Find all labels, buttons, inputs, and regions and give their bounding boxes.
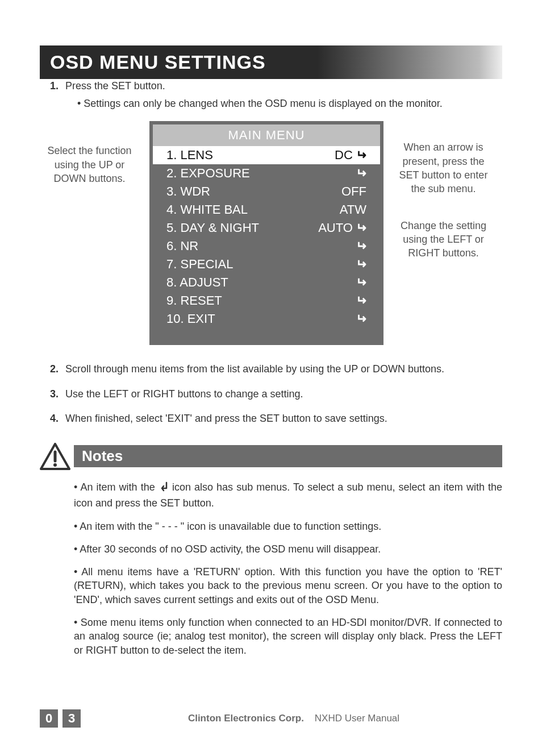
note-4: All menu items have a 'RETURN' option. W… <box>74 565 502 607</box>
step-3-text: Use the LEFT or RIGHT buttons to change … <box>65 388 303 400</box>
osd-main-menu: MAIN MENU 1. LENSDC ↵2. EXPOSURE↵3. WDRO… <box>149 121 383 345</box>
note-2: An item with the " - - - " icon is unava… <box>74 520 502 533</box>
step-1: 1. Press the SET button. Settings can on… <box>50 79 502 111</box>
menu-item-value: ↵ <box>356 239 366 254</box>
menu-item-value: ATW <box>340 202 366 217</box>
menu-item-label: 4. WHITE BAL <box>166 202 248 217</box>
enter-icon: ↵ <box>356 257 366 272</box>
menu-item-value: AUTO ↵ <box>318 221 366 235</box>
menu-item-label: 8. ADJUST <box>166 275 228 290</box>
menu-item-label: 2. EXPOSURE <box>166 166 250 181</box>
enter-icon: ↵ <box>356 311 366 326</box>
enter-icon: ↵ <box>356 221 366 235</box>
menu-item-value: DC ↵ <box>335 148 366 163</box>
step-1-num: 1. <box>50 79 62 93</box>
menu-item-value: ↵ <box>356 257 366 272</box>
menu-item-label: 10. EXIT <box>166 311 215 326</box>
menu-item-value: ↵ <box>356 293 366 308</box>
menu-item-5[interactable]: 5. DAY & NIGHTAUTO ↵ <box>153 219 380 237</box>
step-4-num: 4. <box>50 412 62 426</box>
note-1: An item with the icon also has sub menus… <box>74 480 502 510</box>
menu-item-label: 6. NR <box>166 239 198 254</box>
menu-item-label: 3. WDR <box>166 184 210 199</box>
menu-item-label: 9. RESET <box>166 293 222 308</box>
page-title: OSD MENU SETTINGS <box>40 45 502 79</box>
note-5: Some menu items only function when conne… <box>74 616 502 657</box>
menu-item-4[interactable]: 4. WHITE BALATW <box>153 201 380 219</box>
menu-item-7[interactable]: 7. SPECIAL↵ <box>153 255 380 273</box>
right-annotation-1: When an arrow is present, press the SET … <box>394 140 493 196</box>
page-number-digit-2: 3 <box>62 709 81 728</box>
step-3-num: 3. <box>50 387 62 401</box>
step-1-text: Press the SET button. <box>65 80 165 92</box>
enter-icon: ↵ <box>356 148 366 163</box>
step-4-text: When finished, select 'EXIT' and press t… <box>65 413 387 424</box>
menu-item-label: 5. DAY & NIGHT <box>166 221 259 235</box>
menu-item-value: ↵ <box>356 275 366 290</box>
enter-icon: ↵ <box>356 239 366 254</box>
step-2-num: 2. <box>50 362 62 376</box>
footer-doc: NXHD User Manual <box>315 713 399 724</box>
menu-item-value: ↵ <box>356 311 366 326</box>
menu-item-2[interactable]: 2. EXPOSURE↵ <box>153 164 380 182</box>
notes-heading: Notes <box>74 445 502 467</box>
step-2-text: Scroll through menu items from the list … <box>65 363 444 375</box>
svg-point-2 <box>53 463 57 467</box>
enter-icon: ↵ <box>356 166 366 181</box>
step-2: 2. Scroll through menu items from the li… <box>50 362 502 376</box>
menu-title: MAIN MENU <box>153 124 380 146</box>
enter-icon: ↵ <box>356 293 366 308</box>
step-4: 4. When finished, select 'EXIT' and pres… <box>50 412 502 426</box>
menu-item-3[interactable]: 3. WDROFF <box>153 182 380 201</box>
note-3: After 30 seconds of no OSD activity, the… <box>74 542 502 556</box>
menu-diagram: Select the function using the UP or DOWN… <box>40 121 502 345</box>
page-footer: 0 3 Clinton Electronics Corp. NXHD User … <box>40 709 502 728</box>
enter-icon <box>159 481 169 496</box>
menu-item-9[interactable]: 9. RESET↵ <box>153 292 380 310</box>
right-annotation-2: Change the setting using the LEFT or RIG… <box>394 219 493 260</box>
footer-company: Clinton Electronics Corp. <box>188 713 304 724</box>
page-number-digit-1: 0 <box>40 709 58 728</box>
step-3: 3. Use the LEFT or RIGHT buttons to chan… <box>50 387 502 401</box>
left-annotation: Select the function using the UP or DOWN… <box>40 121 139 185</box>
menu-item-label: 1. LENS <box>166 148 213 163</box>
enter-icon: ↵ <box>356 275 366 290</box>
menu-item-label: 7. SPECIAL <box>166 257 233 272</box>
menu-item-10[interactable]: 10. EXIT↵ <box>153 310 380 328</box>
menu-item-value: ↵ <box>356 166 366 181</box>
menu-item-value: OFF <box>341 184 366 199</box>
menu-item-6[interactable]: 6. NR↵ <box>153 237 380 255</box>
menu-item-8[interactable]: 8. ADJUST↵ <box>153 273 380 292</box>
menu-item-1[interactable]: 1. LENSDC ↵ <box>153 146 380 164</box>
warning-icon <box>40 443 70 470</box>
step-1-sub: Settings can only be changed when the OS… <box>77 97 502 111</box>
note-1a: An item with the <box>80 481 158 493</box>
